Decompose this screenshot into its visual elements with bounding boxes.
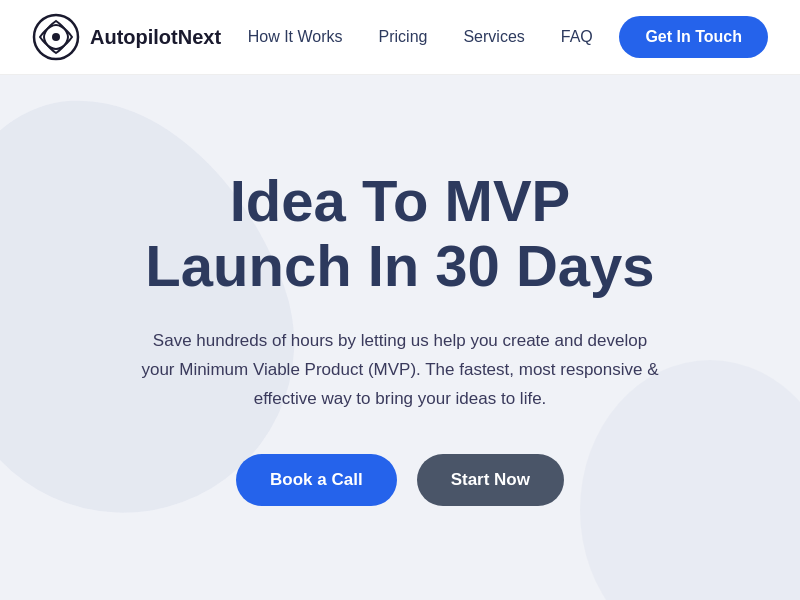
hero-content: Idea To MVP Launch In 30 Days Save hundr… [140, 169, 660, 506]
logo[interactable]: AutopilotNext [32, 13, 221, 61]
nav-item-how-it-works[interactable]: How It Works [248, 28, 343, 46]
hero-section: Idea To MVP Launch In 30 Days Save hundr… [0, 75, 800, 600]
navbar: AutopilotNext How It Works Pricing Servi… [0, 0, 800, 75]
start-now-button[interactable]: Start Now [417, 454, 564, 506]
nav-item-services[interactable]: Services [463, 28, 524, 46]
book-a-call-button[interactable]: Book a Call [236, 454, 397, 506]
svg-point-1 [52, 33, 60, 41]
hero-buttons: Book a Call Start Now [140, 454, 660, 506]
hero-subtitle: Save hundreds of hours by letting us hel… [140, 327, 660, 414]
nav-item-pricing[interactable]: Pricing [379, 28, 428, 46]
nav-links: How It Works Pricing Services FAQ [248, 28, 593, 46]
nav-item-faq[interactable]: FAQ [561, 28, 593, 46]
logo-icon [32, 13, 80, 61]
hero-title: Idea To MVP Launch In 30 Days [140, 169, 660, 299]
logo-text: AutopilotNext [90, 26, 221, 49]
get-in-touch-button[interactable]: Get In Touch [619, 16, 768, 58]
